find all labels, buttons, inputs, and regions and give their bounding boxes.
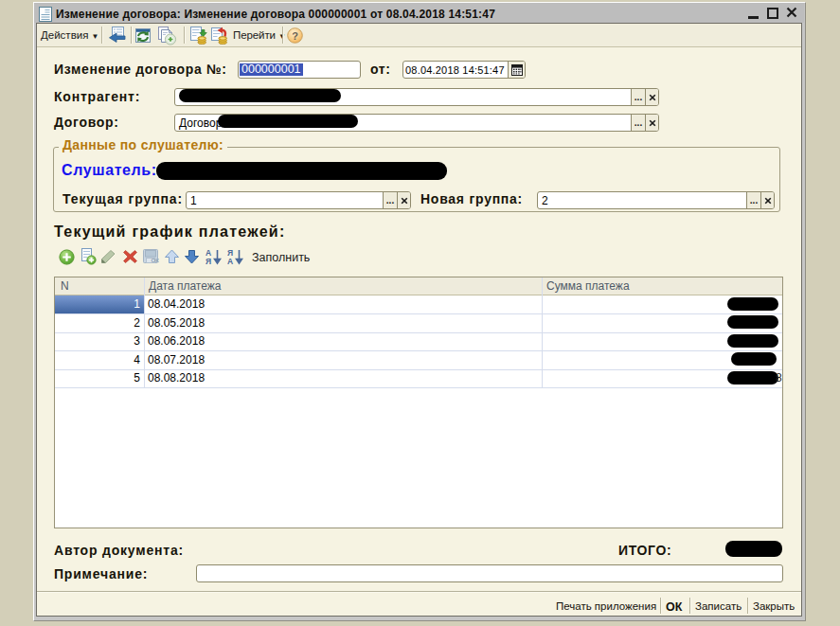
svg-text:А: А	[227, 257, 233, 266]
svg-text:?: ?	[292, 30, 298, 42]
svg-text:ОК: ОК	[152, 258, 159, 263]
svg-text:Я: Я	[206, 257, 211, 266]
